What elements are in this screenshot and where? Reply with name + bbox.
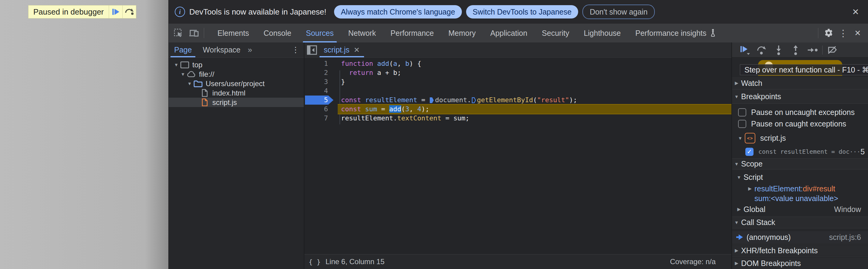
step-over-button[interactable] [753, 43, 770, 57]
code-token [361, 105, 365, 113]
execution-location-marker-icon[interactable] [430, 97, 434, 103]
step-over-button[interactable] [122, 5, 136, 18]
line-number[interactable]: 5 [304, 96, 328, 105]
resume-script-button[interactable] [736, 43, 753, 57]
section-watch[interactable]: ▶ Watch [732, 77, 868, 89]
coverage-label: Coverage: n/a [670, 258, 716, 266]
tab-sources[interactable]: Sources [299, 24, 341, 43]
device-toolbar-button[interactable] [186, 26, 202, 40]
code-token: 3 [405, 105, 409, 113]
code-editor[interactable]: 1function add(a, b) {2 return a + b;3}45… [304, 58, 732, 254]
section-call-stack[interactable]: ▼ Call Stack [732, 217, 868, 228]
code-line-5[interactable]: const resultElement = document.getElemen… [341, 96, 577, 105]
breakpoint-entry-row[interactable]: ✓ const resultElement = doc··· 5 [732, 146, 868, 157]
checkbox-unchecked[interactable] [738, 108, 746, 116]
chevron-down-icon[interactable]: ▼ [180, 72, 186, 77]
chevron-down-icon[interactable]: ▼ [173, 62, 180, 67]
scope-script-label: Script [744, 173, 763, 182]
line-number[interactable]: 2 [304, 68, 328, 77]
step-into-button[interactable] [770, 43, 787, 57]
chevron-down-icon[interactable]: ▼ [186, 81, 193, 86]
section-dom-breakpoints[interactable]: ▶ DOM Breakpoints [732, 258, 868, 269]
chevron-down-icon: ▼ [736, 136, 745, 141]
always-match-language-button[interactable]: Always match Chrome's language [334, 5, 462, 19]
line-number[interactable]: 6 [304, 105, 328, 114]
hide-navigator-toggle-icon[interactable] [304, 43, 319, 57]
chevron-right-icon: ▶ [732, 80, 741, 86]
dont-show-again-button[interactable]: Don't show again [582, 4, 655, 19]
scope-resultelement-row[interactable]: ▶ resultElement: div#result [732, 184, 868, 193]
navigator-tab-page[interactable]: Page [169, 43, 197, 57]
pretty-print-icon[interactable]: { } [309, 258, 321, 266]
code-line-7[interactable]: resultElement.textContent = sum; [341, 114, 469, 123]
checkbox-unchecked[interactable] [738, 120, 746, 128]
call-stack-label: Call Stack [741, 218, 775, 227]
section-xhr-breakpoints[interactable]: ▶ XHR/fetch Breakpoints [732, 245, 868, 256]
scope-var-value: div#result [803, 184, 835, 193]
step-icon [807, 47, 818, 53]
pause-caught-row[interactable]: Pause on caught exceptions [732, 118, 868, 129]
line-number[interactable]: 7 [304, 114, 328, 123]
tab-application[interactable]: Application [483, 24, 534, 43]
tab-label: Memory [448, 29, 475, 37]
tab-memory[interactable]: Memory [441, 24, 483, 43]
tab-network[interactable]: Network [341, 24, 383, 43]
step-button[interactable] [804, 43, 821, 57]
tree-item-index-html[interactable]: index.html [169, 88, 304, 98]
code-token: , [409, 105, 417, 113]
code-line-2[interactable]: return a + b; [341, 68, 401, 77]
tab-elements[interactable]: Elements [210, 24, 256, 43]
more-tabs-chevron-icon[interactable]: » [248, 45, 252, 55]
pause-uncaught-row[interactable]: Pause on uncaught exceptions [732, 107, 868, 118]
tree-item-file-[interactable]: ▼file:// [169, 70, 304, 79]
tab-performance-insights[interactable]: Performance insights [628, 24, 723, 43]
editor-tab-label: script.js [324, 46, 349, 54]
checkbox-checked[interactable]: ✓ [745, 148, 753, 156]
section-divider [732, 257, 868, 257]
scope-script-row[interactable]: ▼ Script [732, 172, 868, 182]
devtools-window: i DevTools is now available in Japanese!… [168, 0, 868, 269]
navigator-tab-workspace[interactable]: Workspace [197, 43, 246, 57]
code-token: textContent [397, 114, 441, 122]
code-line-3[interactable]: } [341, 77, 345, 86]
code-line-1[interactable]: function add(a, b) { [341, 59, 421, 68]
navigator-kebab-icon[interactable]: ⋮ [292, 45, 300, 55]
code-line-6[interactable]: const sum = add(3, 4); [341, 105, 429, 114]
tree-item-users-user-project[interactable]: ▼Users/user/project [169, 79, 304, 88]
tab-performance[interactable]: Performance [383, 24, 441, 43]
devtools-close-icon[interactable]: ✕ [850, 26, 865, 41]
scope-sum-row[interactable]: sum: <value unavailable> [732, 193, 868, 203]
step-out-button[interactable] [787, 43, 804, 57]
editor-tab-close-icon[interactable]: ✕ [354, 46, 360, 54]
chevron-down-icon: ▼ [732, 220, 741, 225]
tab-security[interactable]: Security [534, 24, 576, 43]
switch-to-japanese-button[interactable]: Switch DevTools to Japanese [466, 5, 579, 19]
continue-to-location-marker-icon[interactable] [471, 97, 476, 103]
infobar-close-icon[interactable]: ✕ [850, 7, 861, 17]
resume-icon [739, 45, 750, 55]
inspect-element-button[interactable] [170, 26, 186, 40]
section-scope[interactable]: ▼ Scope [732, 159, 868, 169]
tree-item-label: index.html [212, 89, 245, 97]
code-token: add [377, 60, 389, 67]
debugger-sections: Step over next function call - F10 - ⌘ '… [732, 58, 868, 269]
editor-tab-scriptjs[interactable]: script.js ✕ [319, 43, 364, 57]
line-number[interactable]: 4 [304, 86, 328, 96]
scope-global-row[interactable]: ▶ Global Window [732, 205, 868, 214]
tree-item-script-js[interactable]: script.js [169, 98, 304, 107]
tab-lighthouse[interactable]: Lighthouse [576, 24, 628, 43]
scope-label: Scope [741, 160, 763, 168]
deactivate-breakpoints-button[interactable] [824, 43, 841, 57]
settings-gear-icon[interactable] [822, 26, 836, 41]
code-token: "result" [537, 96, 569, 104]
pause-uncaught-label: Pause on uncaught exceptions [751, 108, 855, 117]
more-options-kebab-icon[interactable]: ⋮ [836, 26, 850, 41]
resume-script-button[interactable] [109, 5, 122, 18]
section-breakpoints[interactable]: ▼ Breakpoints [732, 89, 868, 103]
tree-item-top[interactable]: ▼top [169, 60, 304, 70]
tab-console[interactable]: Console [256, 24, 299, 43]
line-number[interactable]: 1 [304, 59, 328, 68]
line-number[interactable]: 3 [304, 77, 328, 86]
call-stack-frame-row[interactable]: (anonymous) script.js:6 [732, 231, 868, 243]
breakpoint-group-row[interactable]: ▼ <> script.js [732, 132, 868, 144]
